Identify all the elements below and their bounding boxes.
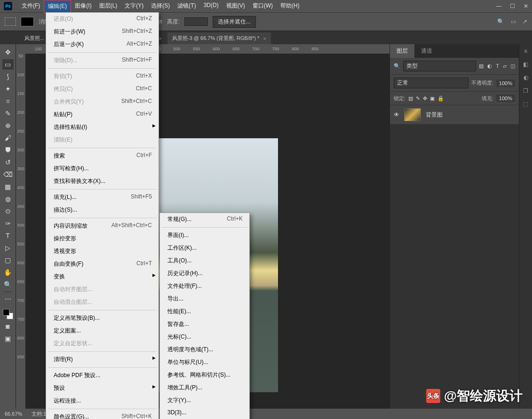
menu-item[interactable]: 定义图案... [46, 324, 159, 337]
menu-4[interactable]: 文字(Y) [121, 0, 147, 13]
layers-tab[interactable]: 图层 [390, 44, 414, 58]
lock-all-icon[interactable]: 🔒 [437, 95, 444, 102]
screen-mode-toggle[interactable]: ▣ [2, 333, 14, 344]
blend-mode-select[interactable]: 正常 [394, 78, 468, 88]
fill-value[interactable]: 100% [496, 95, 515, 102]
menu-item[interactable]: 粘贴(P)Ctrl+V [46, 108, 159, 121]
menu-item[interactable]: 变换 [46, 270, 159, 283]
export-icon[interactable]: ↗ [523, 18, 527, 25]
menu-item[interactable]: 前进一步(W)Shift+Ctrl+Z [46, 25, 159, 38]
brush-tool[interactable]: 🖌 [2, 133, 14, 143]
window-controls[interactable]: — ☐ ✕ [496, 3, 528, 9]
menu-item[interactable]: 历史记录(H)... [160, 267, 249, 280]
heal-tool[interactable]: ⊕ [2, 120, 14, 131]
zoom-level[interactable]: 66.67% [5, 411, 22, 417]
menu-3[interactable]: 图层(L) [95, 0, 121, 13]
document-tab-2[interactable]: 风景照-3 @ 66.7% (背景图, RGB/8*) *× [167, 32, 271, 44]
menu-item[interactable]: 工作区(K)... [160, 242, 249, 254]
blur-tool[interactable]: ◍ [2, 194, 14, 204]
gradient-tool[interactable]: ▦ [2, 182, 14, 192]
eraser-tool[interactable]: ⌫ [2, 169, 14, 180]
channels-tab[interactable]: 通道 [414, 44, 439, 58]
menu-item[interactable]: 远程连接... [46, 395, 159, 407]
menu-item[interactable]: 查找和替换文本(X)... [46, 175, 159, 188]
close-icon[interactable]: ✕ [524, 3, 528, 9]
marquee-tool-icon[interactable] [5, 17, 16, 26]
menu-6[interactable]: 滤镜(T) [174, 0, 199, 13]
menu-item[interactable]: 搜索Ctrl+F [46, 150, 159, 162]
menu-item[interactable]: 3D(3)... [160, 407, 249, 418]
menu-5[interactable]: 选择(S) [147, 0, 174, 13]
menu-item[interactable]: 常规(G)...Ctrl+K [160, 213, 249, 226]
tab-close-icon[interactable]: × [159, 36, 162, 41]
filter-pixel-icon[interactable]: ▨ [479, 63, 484, 69]
menu-item[interactable]: 增效工具(P)... [160, 381, 249, 394]
search-icon[interactable]: 🔍 [497, 18, 504, 25]
menu-item[interactable]: 定义画笔预设(B)... [46, 312, 159, 324]
eyedropper-tool[interactable]: ✎ [2, 108, 14, 119]
menu-item[interactable]: 导出... [160, 293, 249, 305]
menu-item[interactable]: 清理(R) [46, 353, 159, 366]
menu-item[interactable]: 文字(Y)... [160, 394, 249, 407]
menu-7[interactable]: 3D(D) [200, 0, 222, 13]
quick-select-tool[interactable]: ✦ [2, 84, 14, 94]
menu-item[interactable]: 性能(E)... [160, 305, 249, 318]
menu-item[interactable]: 透明度与色域(T)... [160, 343, 249, 356]
layer-filter-type[interactable]: 类型 [403, 61, 476, 71]
edit-toolbar[interactable]: ⋯ [2, 294, 14, 304]
menu-item[interactable]: 颜色设置(G)...Shift+Ctrl+K [46, 411, 159, 419]
menu-1[interactable]: 编辑(E) [44, 0, 71, 13]
tab-close-icon[interactable]: × [263, 36, 266, 41]
menu-item[interactable]: 选择性粘贴(I) [46, 121, 159, 134]
history-brush-tool[interactable]: ↺ [2, 157, 14, 167]
share-icon[interactable]: ▭ [511, 18, 516, 25]
filter-type-icon[interactable]: T [496, 63, 499, 69]
pen-tool[interactable]: ✑ [2, 218, 14, 229]
3d-panel-icon[interactable]: ⬚ [523, 101, 528, 107]
layer-name[interactable]: 背景图 [426, 111, 443, 119]
menu-item[interactable]: 操控变形 [46, 232, 159, 245]
minimize-icon[interactable]: — [496, 3, 501, 9]
menu-item[interactable]: 工具(O)... [160, 254, 249, 267]
menu-item[interactable]: 参考线、网格和切片(S)... [160, 369, 249, 381]
properties-panel-icon[interactable]: ◧ [523, 61, 528, 68]
adjustments-panel-icon[interactable]: ◐ [524, 74, 528, 81]
menu-item[interactable]: 文件处理(F)... [160, 280, 249, 293]
history-panel-icon[interactable]: ≡ [524, 48, 527, 55]
dodge-tool[interactable]: ⊙ [2, 206, 14, 216]
height-input[interactable] [184, 17, 208, 26]
lock-brush-icon[interactable]: ✎ [416, 95, 420, 102]
crop-tool[interactable]: ⌗ [2, 96, 14, 106]
path-select-tool[interactable]: ▷ [2, 243, 14, 253]
visibility-icon[interactable]: 👁 [394, 111, 399, 118]
libraries-panel-icon[interactable]: ❐ [523, 87, 528, 94]
menu-item[interactable]: 光标(C)... [160, 331, 249, 343]
zoom-tool[interactable]: 🔍 [2, 279, 14, 290]
filter-shape-icon[interactable]: ▱ [503, 63, 507, 69]
lock-artboard-icon[interactable]: ▣ [430, 95, 435, 102]
menu-item[interactable]: 自由变换(F)Ctrl+T [46, 258, 159, 270]
quick-mask-toggle[interactable]: ◙ [2, 321, 14, 332]
menu-item[interactable]: 描边(S)... [46, 204, 159, 216]
filter-smart-icon[interactable]: ◫ [510, 63, 515, 69]
color-swatches[interactable] [3, 309, 13, 319]
menu-item[interactable]: 内容识别缩放Alt+Shift+Ctrl+C [46, 220, 159, 232]
menu-item[interactable]: 拼写检查(H)... [46, 162, 159, 175]
move-tool[interactable]: ✥ [2, 47, 14, 57]
shape-tool[interactable]: ▢ [2, 255, 14, 265]
marquee-tool[interactable]: ▭ [2, 59, 14, 70]
lock-position-icon[interactable]: ✥ [423, 95, 427, 102]
menu-9[interactable]: 窗口(W) [249, 0, 277, 13]
stamp-tool[interactable]: ⛊ [2, 145, 14, 155]
menu-item[interactable]: 后退一步(K)Alt+Ctrl+Z [46, 38, 159, 51]
menu-2[interactable]: 图像(I) [71, 0, 95, 13]
layer-thumbnail[interactable] [404, 108, 421, 121]
menu-item[interactable]: 单位与标尺(U)... [160, 356, 249, 369]
menu-0[interactable]: 文件(F) [18, 0, 44, 13]
maximize-icon[interactable]: ☐ [510, 3, 515, 9]
filter-adjust-icon[interactable]: ◐ [487, 63, 492, 69]
menu-item[interactable]: 填充(L)...Shift+F5 [46, 191, 159, 204]
option-swatch[interactable] [21, 17, 34, 26]
opacity-value[interactable]: 100% [496, 79, 515, 87]
type-tool[interactable]: T [2, 230, 14, 241]
